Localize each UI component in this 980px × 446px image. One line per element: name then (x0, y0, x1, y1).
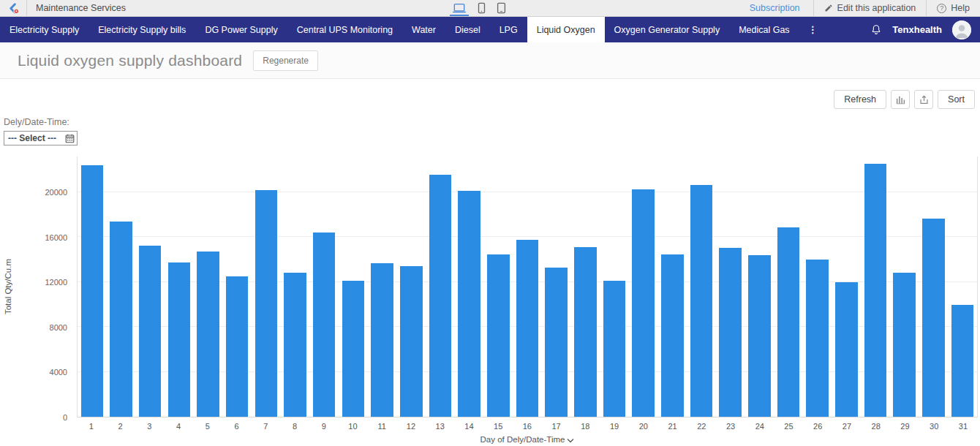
bar-slot (745, 156, 774, 417)
calendar-icon[interactable] (65, 134, 75, 143)
export-icon (919, 95, 929, 105)
notification-bell-icon[interactable] (870, 23, 882, 36)
x-tick-label: 5 (193, 422, 222, 431)
x-tick-label: 3 (135, 422, 164, 431)
bars (78, 156, 977, 417)
x-axis-title-text: Day of Dely/Date-Time (480, 435, 565, 444)
nav-tab-electricity-supply-bills[interactable]: Electricity Supply bills (88, 17, 195, 42)
bar-day-16[interactable] (516, 240, 539, 417)
phone-icon[interactable] (478, 0, 486, 16)
bar-day-8[interactable] (284, 273, 306, 417)
laptop-icon[interactable] (452, 0, 467, 16)
bar-slot (252, 156, 281, 417)
bar-day-18[interactable] (574, 247, 597, 417)
bar-day-11[interactable] (371, 263, 393, 417)
bar-slot (368, 156, 397, 417)
x-tick-label: 17 (542, 422, 571, 431)
bar-day-30[interactable] (922, 219, 945, 417)
bar-day-2[interactable] (110, 222, 132, 417)
bar-slot (339, 156, 368, 417)
x-tick-label: 18 (570, 422, 600, 431)
bar-slot (600, 156, 629, 417)
help-button[interactable]: ? Help (927, 3, 980, 13)
bar-slot (426, 156, 455, 417)
date-filter-select[interactable]: --- Select --- (4, 131, 78, 145)
bar-day-19[interactable] (603, 281, 626, 417)
bar-day-9[interactable] (313, 233, 336, 417)
nav-tab-lpg[interactable]: LPG (490, 17, 527, 42)
device-switcher (452, 0, 506, 16)
x-tick-label: 10 (339, 422, 368, 431)
x-tick-label: 31 (949, 422, 978, 431)
user-name: Tenxhealth (892, 24, 942, 35)
creator-logo-icon[interactable] (7, 2, 20, 15)
nav-tab-dg-power-supply[interactable]: DG Power Supply (195, 17, 287, 42)
x-tick-label: 23 (716, 422, 745, 431)
bar-day-23[interactable] (719, 248, 742, 417)
page-title: Liquid oxygen supply dashboard (18, 52, 242, 69)
nav-tab-liquid-oxygen[interactable]: Liquid Oxygen (527, 17, 605, 42)
edit-application-button[interactable]: Edit this application (814, 3, 927, 13)
bar-day-29[interactable] (893, 273, 916, 417)
nav-tab-diesel[interactable]: Diesel (445, 17, 490, 42)
bar-day-25[interactable] (777, 227, 800, 417)
bar-slot (774, 156, 803, 417)
x-tick-label: 16 (513, 422, 542, 431)
chevron-down-icon[interactable] (567, 438, 574, 443)
app-name: Maintenance Services (27, 3, 135, 13)
x-tick-label: 7 (251, 422, 280, 431)
date-filter-value: --- Select --- (8, 133, 56, 143)
bar-slot (309, 156, 339, 417)
export-icon-button[interactable] (914, 90, 933, 109)
bar-slot (890, 156, 919, 417)
bar-day-4[interactable] (168, 262, 191, 417)
plot-area (77, 156, 978, 417)
chart-type-icon-button[interactable] (891, 90, 910, 109)
bar-day-27[interactable] (835, 282, 858, 417)
bar-day-28[interactable] (864, 164, 887, 417)
bar-day-10[interactable] (342, 281, 365, 417)
dashboard-content: Refresh Sort Dely/Date-Time: --- Select … (0, 79, 980, 445)
bar-slot (78, 156, 107, 417)
bar-day-15[interactable] (487, 254, 510, 417)
help-label: Help (951, 3, 970, 13)
bar-day-22[interactable] (690, 185, 713, 417)
nav-tab-medical-gas[interactable]: Medical Gas (729, 17, 799, 42)
tablet-icon[interactable] (497, 0, 506, 16)
bar-day-17[interactable] (545, 268, 568, 417)
y-tick-label: 16000 (45, 233, 67, 242)
nav-tab-water[interactable]: Water (402, 17, 445, 42)
bar-slot (107, 156, 136, 417)
bar-day-20[interactable] (632, 189, 655, 417)
bar-day-12[interactable] (400, 266, 423, 417)
y-tick-label: 4000 (50, 368, 67, 377)
bar-day-21[interactable] (661, 254, 684, 417)
bar-day-31[interactable] (951, 305, 974, 417)
nav-tab-electricity-supply[interactable]: Electricity Supply (0, 17, 88, 42)
sort-button[interactable]: Sort (938, 90, 975, 109)
bar-day-7[interactable] (255, 190, 278, 417)
subscription-link[interactable]: Subscription (736, 3, 813, 13)
help-icon: ? (937, 4, 946, 13)
bar-day-1[interactable] (81, 165, 104, 417)
bar-day-5[interactable] (197, 252, 219, 417)
regenerate-button[interactable]: Regenerate (253, 50, 318, 71)
bar-day-3[interactable] (139, 246, 162, 417)
x-tick-label: 20 (629, 422, 658, 431)
bar-chart-icon (896, 95, 905, 105)
bar-slot (194, 156, 223, 417)
more-tabs-icon[interactable]: ⋮ (799, 17, 827, 42)
nav-tab-oxygen-generator-supply[interactable]: Oxygen Generator Supply (605, 17, 730, 42)
user-avatar[interactable] (952, 20, 971, 39)
bar-day-26[interactable] (806, 260, 829, 417)
y-axis-ticks: 040008000120001600020000 (0, 156, 72, 417)
refresh-button[interactable]: Refresh (834, 90, 886, 109)
bar-slot (832, 156, 861, 417)
bar-day-14[interactable] (458, 191, 480, 417)
bar-day-6[interactable] (226, 276, 249, 417)
x-axis-title: Day of Dely/Date-Time (77, 435, 978, 444)
bar-day-13[interactable] (429, 175, 452, 417)
nav-tab-central-ups-monitoring[interactable]: Central UPS Monitoring (287, 17, 402, 42)
topbar-right: Subscription Edit this application ? Hel… (736, 0, 980, 17)
bar-day-24[interactable] (748, 255, 771, 417)
